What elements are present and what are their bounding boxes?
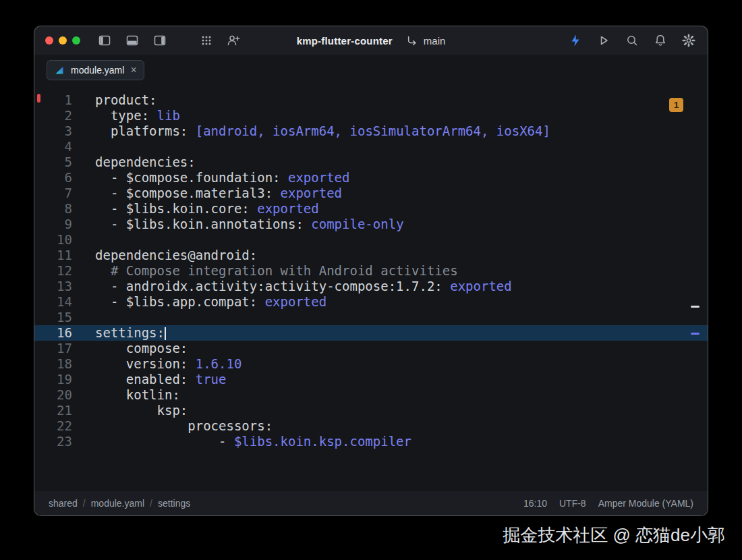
code-line[interactable]: 13 - androidx.activity:activity-compose:… bbox=[34, 279, 708, 294]
code-line[interactable]: 21 ksp: bbox=[34, 403, 708, 418]
text-caret bbox=[165, 327, 166, 340]
vcs-branch-widget[interactable]: main bbox=[405, 33, 446, 48]
editor[interactable]: 1product:2 type: lib3 platforms: [androi… bbox=[34, 86, 708, 491]
code-line[interactable]: 4 bbox=[34, 139, 708, 155]
code-line[interactable]: 11dependencies@android: bbox=[34, 248, 708, 263]
code-token: compose: bbox=[95, 341, 188, 356]
code-line[interactable]: 23 - $libs.koin.ksp.compiler bbox=[34, 434, 708, 449]
line-number[interactable]: 7 bbox=[34, 186, 72, 201]
minimize-button[interactable] bbox=[59, 36, 67, 45]
line-number[interactable]: 16 bbox=[34, 325, 72, 341]
code-line[interactable]: 10 bbox=[34, 232, 708, 248]
code-line[interactable]: 1product: bbox=[34, 92, 708, 108]
tab-module-yaml[interactable]: module.yaml × bbox=[47, 60, 144, 80]
line-text: platforms: [android, iosArm64, iosSimula… bbox=[72, 123, 550, 139]
line-text: compose: bbox=[72, 341, 188, 356]
code-line[interactable]: 22 processors: bbox=[34, 418, 708, 434]
encoding-selector[interactable]: UTF-8 bbox=[559, 498, 586, 509]
code-line[interactable]: 3 platforms: [android, iosArm64, iosSimu… bbox=[34, 123, 708, 139]
line-text bbox=[72, 232, 95, 248]
code-lines: 1product:2 type: lib3 platforms: [androi… bbox=[34, 92, 708, 449]
code-token: compile-only bbox=[311, 217, 403, 231]
smart-mode-bolt-icon[interactable] bbox=[567, 32, 583, 49]
code-line[interactable]: 17 compose: bbox=[34, 341, 708, 356]
code-token: true bbox=[196, 372, 227, 387]
zoom-button[interactable] bbox=[72, 36, 80, 45]
line-number[interactable]: 17 bbox=[34, 341, 72, 356]
problems-badge[interactable]: 1 bbox=[669, 98, 683, 112]
line-number[interactable]: 2 bbox=[34, 108, 72, 123]
line-number[interactable]: 3 bbox=[34, 123, 72, 139]
line-number[interactable]: 8 bbox=[34, 201, 72, 217]
line-text: ksp: bbox=[72, 403, 188, 418]
code-token: - $compose.material3: bbox=[95, 186, 281, 200]
language-mode-selector[interactable]: Amper Module (YAML) bbox=[598, 498, 693, 509]
line-number[interactable]: 10 bbox=[34, 232, 72, 248]
tab-strip: module.yaml × bbox=[34, 55, 708, 86]
add-collaborator-icon[interactable] bbox=[225, 32, 241, 49]
tab-close-icon[interactable]: × bbox=[130, 65, 137, 76]
code-line[interactable]: 2 type: lib bbox=[34, 108, 708, 123]
line-text: version: 1.6.10 bbox=[72, 356, 241, 372]
close-button[interactable] bbox=[45, 36, 53, 45]
run-icon[interactable] bbox=[596, 32, 612, 49]
notifications-bell-icon[interactable] bbox=[652, 32, 668, 49]
code-line[interactable]: 7 - $compose.material3: exported bbox=[34, 186, 708, 201]
code-line[interactable]: 6 - $compose.foundation: exported bbox=[34, 170, 708, 186]
right-panel-toggle-icon[interactable] bbox=[152, 32, 168, 49]
line-number[interactable]: 19 bbox=[34, 372, 72, 387]
code-line[interactable]: 14 - $libs.app.compat: exported bbox=[34, 294, 708, 310]
code-line[interactable]: 9 - $libs.koin.annotations: compile-only bbox=[34, 217, 708, 232]
line-number[interactable]: 4 bbox=[34, 139, 72, 155]
breadcrumb-item-file[interactable]: module.yaml bbox=[91, 498, 144, 509]
line-number[interactable]: 18 bbox=[34, 356, 72, 372]
line-number[interactable]: 20 bbox=[34, 387, 72, 403]
code-token: platforms: bbox=[95, 123, 196, 138]
left-panel-toggle-icon[interactable] bbox=[96, 32, 113, 49]
line-number[interactable]: 13 bbox=[34, 279, 72, 294]
breadcrumb-item-section[interactable]: settings bbox=[158, 498, 190, 509]
code-line[interactable]: 18 version: 1.6.10 bbox=[34, 356, 708, 372]
panel-toggles bbox=[96, 32, 241, 49]
line-number[interactable]: 9 bbox=[34, 217, 72, 232]
line-text: processors: bbox=[72, 418, 273, 434]
line-number[interactable]: 5 bbox=[34, 155, 72, 170]
code-line[interactable]: 8 - $libs.koin.core: exported bbox=[34, 201, 708, 217]
line-number[interactable]: 22 bbox=[34, 418, 72, 434]
code-token: version: bbox=[95, 356, 196, 371]
line-text: settings: bbox=[72, 325, 166, 341]
breadcrumb-item-shared[interactable]: shared bbox=[49, 498, 78, 509]
settings-gear-icon[interactable] bbox=[681, 32, 697, 49]
project-title: kmp-flutter-counter bbox=[297, 35, 393, 47]
titlebar-actions bbox=[567, 32, 697, 49]
titlebar: kmp-flutter-counter main bbox=[34, 26, 708, 55]
line-number[interactable]: 15 bbox=[34, 310, 72, 325]
code-token: product: bbox=[95, 92, 157, 107]
code-line[interactable]: 16settings: bbox=[34, 325, 708, 341]
code-line[interactable]: 15 bbox=[34, 310, 708, 325]
line-number[interactable]: 12 bbox=[34, 263, 72, 279]
line-text: - androidx.activity:activity-compose:1.7… bbox=[72, 279, 512, 294]
search-icon[interactable] bbox=[624, 32, 640, 49]
workspace-grid-icon[interactable] bbox=[199, 33, 214, 48]
code-token: enabled: bbox=[95, 372, 196, 387]
line-text: - $libs.koin.annotations: compile-only bbox=[72, 217, 404, 232]
line-number[interactable]: 23 bbox=[34, 434, 72, 449]
line-number[interactable]: 14 bbox=[34, 294, 72, 310]
line-number[interactable]: 11 bbox=[34, 248, 72, 263]
bottom-panel-toggle-icon[interactable] bbox=[124, 32, 140, 49]
code-token: exported bbox=[257, 201, 319, 216]
code-token: - $libs.koin.annotations: bbox=[95, 217, 311, 231]
scrollbar-caret-mark[interactable] bbox=[691, 333, 700, 335]
line-number[interactable]: 21 bbox=[34, 403, 72, 418]
code-line[interactable]: 20 kotlin: bbox=[34, 387, 708, 403]
line-number[interactable]: 6 bbox=[34, 170, 72, 186]
line-text: dependencies@android: bbox=[72, 248, 257, 263]
code-line[interactable]: 12 # Compose integration with Android ac… bbox=[34, 263, 708, 279]
scrollbar-mark[interactable] bbox=[691, 306, 700, 308]
code-token: - $libs.koin.core: bbox=[95, 201, 257, 216]
code-line[interactable]: 5dependencies: bbox=[34, 155, 708, 170]
code-line[interactable]: 19 enabled: true bbox=[34, 372, 708, 387]
project-widget[interactable]: kmp-flutter-counter main bbox=[297, 26, 446, 55]
line-text: enabled: true bbox=[72, 372, 226, 387]
